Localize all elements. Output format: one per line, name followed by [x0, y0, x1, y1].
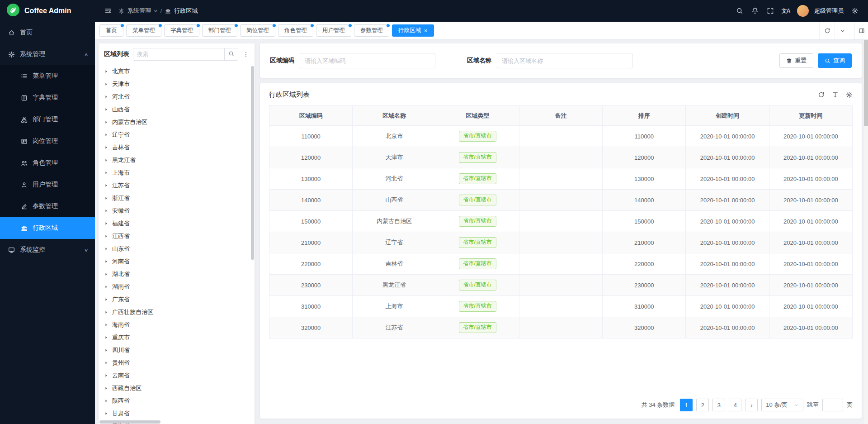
page-scrollbar[interactable] — [864, 40, 868, 424]
tree-search-button[interactable] — [224, 48, 238, 60]
sidebar-item[interactable]: 用户管理 — [0, 174, 95, 195]
table-row[interactable]: 150000 内蒙古自治区 省市/直辖市 150000 2020-10-01 0… — [269, 211, 853, 232]
translate-icon[interactable]: 文A — [779, 4, 793, 18]
caret-right-icon[interactable] — [104, 95, 111, 99]
caret-right-icon[interactable] — [104, 82, 111, 86]
caret-right-icon[interactable] — [104, 133, 111, 137]
tree-item[interactable]: 安徽省 — [99, 205, 255, 217]
caret-right-icon[interactable] — [104, 183, 111, 188]
tree-item[interactable]: 西藏自治区 — [99, 382, 255, 395]
refresh-icon[interactable] — [818, 91, 825, 98]
tree-item[interactable]: 江西省 — [99, 230, 255, 243]
tree-search-input[interactable] — [133, 48, 224, 60]
scrollbar-thumb[interactable] — [864, 40, 868, 126]
caret-right-icon[interactable] — [104, 285, 111, 289]
tab[interactable]: 字典管理 — [164, 24, 199, 37]
fullscreen-icon[interactable] — [764, 4, 777, 18]
tab[interactable]: 岗位管理 — [240, 24, 275, 37]
tab[interactable]: 角色管理 — [278, 24, 313, 37]
scrollbar-thumb[interactable] — [251, 66, 254, 260]
table-settings-gear-icon[interactable] — [846, 91, 853, 98]
caret-right-icon[interactable] — [104, 107, 111, 112]
caret-right-icon[interactable] — [104, 411, 111, 416]
tree-item[interactable]: 海南省 — [99, 319, 255, 331]
sidebar-item[interactable]: 部门管理 — [0, 109, 95, 130]
username[interactable]: 超级管理员 — [814, 7, 844, 15]
caret-right-icon[interactable] — [104, 373, 111, 378]
table-row[interactable]: 320000 江苏省 省市/直辖市 320000 2020-10-01 00:0… — [269, 317, 853, 338]
caret-right-icon[interactable] — [104, 335, 111, 340]
tree-item[interactable]: 湖南省 — [99, 281, 255, 293]
sidebar-item[interactable]: 系统管理 ∧ — [0, 43, 95, 65]
table-row[interactable]: 220000 吉林省 省市/直辖市 220000 2020-10-01 00:0… — [269, 253, 853, 275]
sidebar-item[interactable]: 字典管理 — [0, 87, 95, 109]
sidebar-item[interactable]: 菜单管理 — [0, 65, 95, 87]
reset-button[interactable]: 重置 — [779, 53, 813, 68]
caret-right-icon[interactable] — [104, 234, 111, 238]
scrollbar-thumb[interactable] — [99, 420, 160, 424]
sidebar-item[interactable]: 首页 — [0, 22, 95, 43]
tab[interactable]: 用户管理 — [316, 24, 351, 37]
refresh-icon[interactable] — [819, 22, 835, 39]
tree-item[interactable]: 黑龙江省 — [99, 154, 255, 167]
sidebar-item[interactable]: 系统监控 ∨ — [0, 239, 95, 261]
close-icon[interactable]: × — [424, 28, 428, 33]
column-width-icon[interactable] — [832, 91, 839, 98]
bell-icon[interactable] — [748, 4, 762, 18]
tree-item[interactable]: 河南省 — [99, 255, 255, 268]
caret-right-icon[interactable] — [104, 259, 111, 264]
tree-item[interactable]: 四川省 — [99, 344, 255, 357]
region-code-input[interactable] — [300, 53, 435, 68]
tab[interactable]: 行政区域 × — [392, 24, 434, 37]
page-button[interactable]: 1 — [680, 399, 693, 411]
tree-item[interactable]: 山西省 — [99, 103, 255, 116]
settings-gear-icon[interactable] — [848, 4, 862, 18]
sidebar-item[interactable]: 角色管理 — [0, 152, 95, 174]
tree-item[interactable]: 吉林省 — [99, 141, 255, 154]
user-avatar[interactable] — [797, 5, 809, 17]
caret-right-icon[interactable] — [104, 196, 111, 200]
tree-item[interactable]: 天津市 — [99, 78, 255, 91]
tab[interactable]: 部门管理 — [202, 24, 237, 37]
table-row[interactable]: 120000 天津市 省市/直辖市 120000 2020-10-01 00:0… — [269, 147, 853, 168]
caret-right-icon[interactable] — [104, 399, 111, 403]
next-page-button[interactable]: › — [745, 399, 758, 411]
search-icon[interactable] — [733, 4, 746, 18]
caret-right-icon[interactable] — [104, 145, 111, 150]
query-button[interactable]: 查询 — [818, 53, 852, 68]
table-row[interactable]: 110000 北京市 省市/直辖市 110000 2020-10-01 00:0… — [269, 126, 853, 147]
menu-fold-icon[interactable] — [101, 4, 115, 18]
region-name-input[interactable] — [497, 53, 632, 68]
tree-item[interactable]: 江苏省 — [99, 179, 255, 192]
table-row[interactable]: 310000 上海市 省市/直辖市 310000 2020-10-01 00:0… — [269, 296, 853, 317]
layout-toggle-icon[interactable] — [854, 22, 868, 39]
tree-scrollbar-vertical[interactable] — [251, 66, 254, 419]
tree-scrollbar-horizontal[interactable] — [99, 420, 235, 424]
app-logo[interactable]: Coffee Admin — [0, 0, 95, 22]
tree-item[interactable]: 广西壮族自治区 — [99, 306, 255, 319]
tree-item[interactable]: 贵州省 — [99, 357, 255, 369]
caret-right-icon[interactable] — [104, 297, 111, 302]
breadcrumb-parent[interactable]: 系统管理 — [127, 7, 151, 15]
tree-item[interactable]: 北京市 — [99, 65, 255, 78]
page-size-select[interactable]: 10 条/页 — [761, 399, 803, 411]
table-row[interactable]: 210000 辽宁省 省市/直辖市 210000 2020-10-01 00:0… — [269, 232, 853, 253]
tree-item[interactable]: 重庆市 — [99, 331, 255, 344]
tree-item[interactable]: 辽宁省 — [99, 129, 255, 141]
tree-item[interactable]: 陕西省 — [99, 395, 255, 407]
caret-right-icon[interactable] — [104, 69, 111, 74]
tree-item[interactable]: 上海市 — [99, 167, 255, 179]
caret-right-icon[interactable] — [104, 158, 111, 162]
table-row[interactable]: 130000 河北省 省市/直辖市 130000 2020-10-01 00:0… — [269, 168, 853, 190]
page-button[interactable]: 2 — [696, 399, 709, 411]
caret-right-icon[interactable] — [104, 386, 111, 391]
table-row[interactable]: 230000 黑龙江省 省市/直辖市 230000 2020-10-01 00:… — [269, 275, 853, 296]
caret-right-icon[interactable] — [104, 120, 111, 124]
page-button[interactable]: 3 — [712, 399, 725, 411]
caret-right-icon[interactable] — [104, 361, 111, 365]
tree-item[interactable]: 福建省 — [99, 217, 255, 230]
tab[interactable]: 菜单管理 — [126, 24, 161, 37]
caret-right-icon[interactable] — [104, 209, 111, 213]
caret-right-icon[interactable] — [104, 310, 111, 314]
more-options-icon[interactable] — [242, 50, 250, 58]
